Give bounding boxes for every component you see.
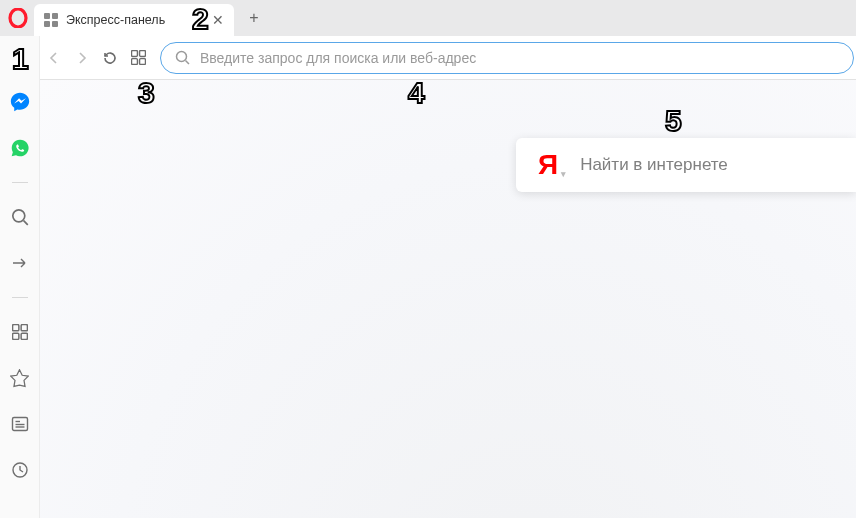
whatsapp-icon[interactable]	[8, 136, 32, 160]
reload-button[interactable]	[96, 44, 124, 72]
svg-rect-4	[52, 21, 58, 27]
yandex-glyph: Я	[538, 149, 558, 180]
close-tab-button[interactable]: ✕	[192, 12, 224, 28]
speed-dial-search-box[interactable]: Я ▾ Найти в интернете	[516, 138, 856, 192]
search-icon	[175, 50, 190, 65]
bookmarks-icon[interactable]	[8, 366, 32, 390]
forward-button[interactable]	[68, 44, 96, 72]
tab-strip: Экспресс-панель ✕ +	[0, 0, 856, 36]
sidebar-search-icon[interactable]	[8, 205, 32, 229]
flow-icon[interactable]	[8, 251, 32, 275]
new-tab-button[interactable]: +	[240, 4, 268, 32]
tab-title: Экспресс-панель	[66, 13, 165, 27]
back-button[interactable]	[40, 44, 68, 72]
speed-dial-search-placeholder: Найти в интернете	[580, 155, 728, 175]
svg-rect-3	[44, 21, 50, 27]
history-icon[interactable]	[8, 458, 32, 482]
chevron-down-icon[interactable]: ▾	[561, 169, 566, 179]
personal-news-icon[interactable]	[8, 412, 32, 436]
tab-speed-dial[interactable]: Экспресс-панель ✕	[34, 4, 234, 36]
svg-rect-14	[21, 325, 27, 331]
svg-rect-5	[131, 51, 137, 57]
sidebar-speeddial-icon[interactable]	[8, 320, 32, 344]
svg-rect-7	[131, 59, 137, 65]
svg-line-10	[186, 61, 190, 65]
svg-rect-13	[12, 325, 18, 331]
svg-rect-16	[21, 333, 27, 339]
svg-rect-1	[44, 13, 50, 19]
opera-menu-button[interactable]	[6, 6, 30, 30]
svg-line-12	[23, 221, 27, 225]
address-bar[interactable]	[160, 42, 854, 74]
speed-dial-content: Я ▾ Найти в интернете	[40, 80, 856, 518]
sidebar	[0, 36, 40, 518]
svg-rect-2	[52, 13, 58, 19]
toolbar	[0, 36, 856, 80]
svg-point-9	[177, 52, 187, 62]
sidebar-divider	[12, 182, 28, 183]
svg-rect-6	[139, 51, 145, 57]
svg-point-11	[12, 210, 24, 222]
address-input[interactable]	[200, 50, 839, 66]
sidebar-divider	[12, 297, 28, 298]
messenger-icon[interactable]	[8, 90, 32, 114]
yandex-logo: Я ▾	[538, 149, 558, 181]
svg-rect-8	[139, 59, 145, 65]
speed-dial-button[interactable]	[124, 44, 152, 72]
svg-point-0	[10, 9, 26, 27]
svg-rect-15	[12, 333, 18, 339]
speed-dial-icon	[44, 13, 58, 27]
